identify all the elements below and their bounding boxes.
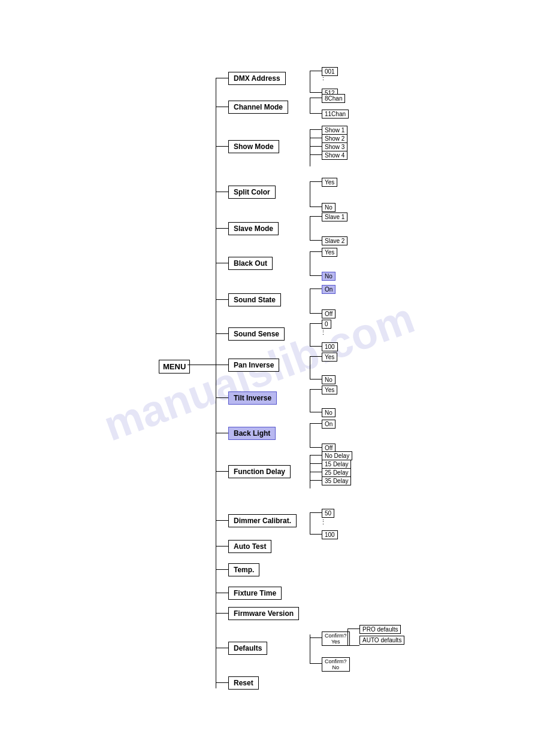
defaults-opt1-h xyxy=(310,637,322,638)
show-mode-item[interactable]: Show Mode xyxy=(228,140,279,153)
show-opt-4: Show 4 xyxy=(322,151,347,160)
dmx-h-line xyxy=(216,78,228,78)
defaults-h-line xyxy=(216,648,228,648)
reset-item[interactable]: Reset xyxy=(228,676,259,690)
slave-opt-1: Slave 1 xyxy=(322,212,347,221)
reset-h-line xyxy=(216,682,228,683)
soundsense-opt1-h xyxy=(310,323,322,324)
soundsense-opt-100: 100 xyxy=(322,342,338,351)
dmx-opt1-h xyxy=(310,71,322,71)
black-out-item[interactable]: Black Out xyxy=(228,257,273,270)
defaults-item[interactable]: Defaults xyxy=(228,642,267,655)
dimmer-dots: ⋮ xyxy=(320,518,327,526)
defaults-branch-v xyxy=(310,634,310,663)
channel-mode-item[interactable]: Channel Mode xyxy=(228,101,288,114)
funcdelay-h-line xyxy=(216,471,228,472)
slave-opt1-h xyxy=(310,216,322,217)
slave-h-line xyxy=(216,228,228,229)
dimmer-opt-50: 50 xyxy=(322,509,334,518)
soundsense-h-line xyxy=(216,333,228,334)
sound-sense-item[interactable]: Sound Sense xyxy=(228,327,285,341)
funcdelay-opt4-h xyxy=(310,480,322,481)
dimmer-h-line xyxy=(216,520,228,521)
tilt-branch-v xyxy=(310,389,310,412)
pan-opt-no: No xyxy=(322,375,335,384)
show-opt1-h xyxy=(310,129,322,130)
soundstate-opt-off: Off xyxy=(322,309,335,318)
temp-item[interactable]: Temp. xyxy=(228,563,259,576)
split-opt-yes: Yes xyxy=(322,178,337,187)
blackout-opt-yes: Yes xyxy=(322,248,337,257)
chan-h-line xyxy=(216,107,228,107)
chan-branch-v xyxy=(310,98,310,113)
soundsense-opt2-h xyxy=(310,346,322,347)
pan-inverse-item[interactable]: Pan Inverse xyxy=(228,359,279,372)
funcdelay-opt-nodelay: No Delay xyxy=(322,451,352,460)
split-opt-no: No xyxy=(322,203,335,212)
defaults-confirm-no: Confirm?No xyxy=(322,657,350,672)
show-opt3-h xyxy=(310,146,322,147)
split-opt2-h xyxy=(310,207,322,207)
soundsense-dots: ⋮ xyxy=(320,329,327,336)
soundstate-opt-on: On xyxy=(322,285,335,294)
funcdelay-opt-25: 25 Delay xyxy=(322,468,351,477)
backlight-opt-on: On xyxy=(322,420,335,429)
show-h-line xyxy=(216,146,228,147)
pan-opt1-h xyxy=(310,356,322,357)
function-delay-item[interactable]: Function Delay xyxy=(228,465,291,478)
show-opt-3: Show 3 xyxy=(322,142,347,151)
tilt-opt1-h xyxy=(310,389,322,390)
dimmer-calibrat-item[interactable]: Dimmer Calibrat. xyxy=(228,514,297,527)
tilt-opt-no: No xyxy=(322,408,335,417)
main-vertical-line xyxy=(216,78,216,688)
blackout-branch-v xyxy=(310,251,310,275)
dmx-address-item[interactable]: DMX Address xyxy=(228,72,286,85)
pan-opt2-h xyxy=(310,379,322,379)
slave-mode-item[interactable]: Slave Mode xyxy=(228,222,279,235)
funcdelay-opt2-h xyxy=(310,463,322,464)
defaults-sub-opt1-h xyxy=(347,629,359,629)
blackout-opt2-h xyxy=(310,275,322,276)
backlight-h-line xyxy=(216,433,228,433)
firmware-h-line xyxy=(216,613,228,614)
funcdelay-opt3-h xyxy=(310,472,322,472)
back-light-item[interactable]: Back Light xyxy=(228,427,276,440)
chan-opt1-h xyxy=(310,98,322,98)
tilt-opt-yes: Yes xyxy=(322,385,337,394)
tilt-h-line xyxy=(216,397,228,398)
defaults-auto: AUTO defaults xyxy=(359,636,404,645)
split-color-item[interactable]: Split Color xyxy=(228,186,276,199)
split-h-line xyxy=(216,192,228,192)
backlight-opt2-h xyxy=(310,447,322,448)
defaults-pro: PRO defaults xyxy=(359,625,401,634)
slave-opt2-h xyxy=(310,240,322,241)
auto-test-item[interactable]: Auto Test xyxy=(228,540,271,553)
blackout-opt-no: No xyxy=(322,272,335,281)
autotest-h-line xyxy=(216,546,228,546)
funcdelay-opt-35: 35 Delay xyxy=(322,476,351,485)
defaults-confirm-yes: Confirm?Yes xyxy=(322,631,350,646)
slave-branch-v xyxy=(310,216,310,240)
pan-branch-v xyxy=(310,356,310,379)
backlight-opt1-h xyxy=(310,423,322,424)
split-branch-v xyxy=(310,181,310,207)
fixturetime-h-line xyxy=(216,593,228,593)
fixture-time-item[interactable]: Fixture Time xyxy=(228,587,282,600)
backlight-branch-v xyxy=(310,423,310,447)
sound-state-item[interactable]: Sound State xyxy=(228,293,281,306)
soundstate-opt2-h xyxy=(310,313,322,314)
show-branch-v xyxy=(310,129,310,166)
firmware-version-item[interactable]: Firmware Version xyxy=(228,607,299,620)
menu-h-line xyxy=(188,365,216,365)
show-opt-1: Show 1 xyxy=(322,126,347,135)
soundstate-branch-v xyxy=(310,289,310,313)
show-opt2-h xyxy=(310,138,322,138)
pan-opt-yes: Yes xyxy=(322,353,337,362)
dimmer-opt2-h xyxy=(310,534,322,535)
blackout-opt1-h xyxy=(310,251,322,252)
funcdelay-opt1-h xyxy=(310,455,322,456)
dmx-opt2-h xyxy=(310,92,322,93)
tilt-inverse-item[interactable]: Tilt Inverse xyxy=(228,391,277,405)
show-opt-2: Show 2 xyxy=(322,134,347,143)
dimmer-opt1-h xyxy=(310,512,322,513)
